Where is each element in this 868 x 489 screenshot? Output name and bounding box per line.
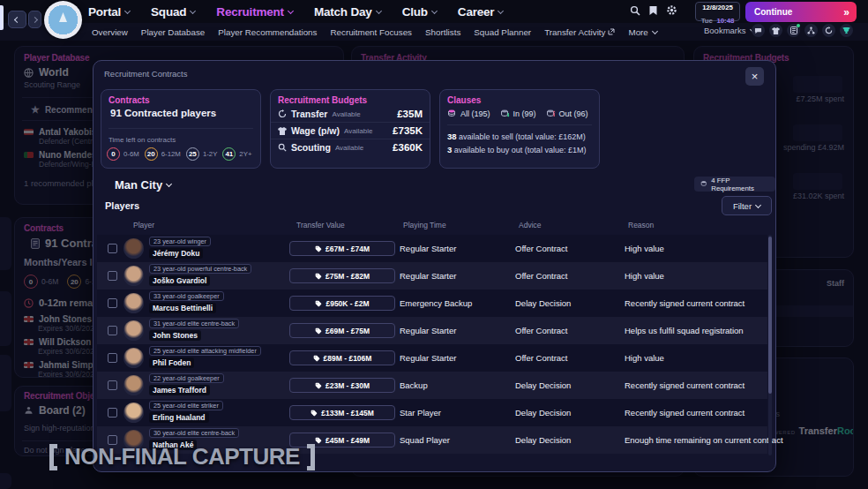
price-tag-icon [315,382,322,389]
refresh-icon [825,26,833,34]
forward-button[interactable] [28,11,41,28]
playing-time: Star Player [400,408,441,418]
col-transfer-value[interactable]: Transfer Value [296,221,345,229]
search-icon[interactable] [630,5,640,16]
player-name[interactable]: James Trafford [149,385,210,395]
time-left-chip[interactable]: 0 0-6M [107,147,139,161]
social-button[interactable] [804,24,818,37]
scrollbar-thumb[interactable] [768,237,772,394]
player-avatar [123,266,144,286]
subnav-squad-planner[interactable]: Squad Planner [474,27,531,37]
nav-recruitment[interactable]: Recruitment [216,5,293,19]
table-row[interactable]: 25 year-old elite attacking midfielder P… [97,344,767,372]
player-description-badge: 22 year-old goalkeeper [149,373,224,383]
subnav-player-database[interactable]: Player Database [141,27,205,37]
row-checkbox[interactable] [108,326,117,335]
modal-scrollbar[interactable] [768,235,772,455]
player-name[interactable]: Phil Foden [149,357,194,368]
shirt-icon [772,27,780,34]
table-row[interactable]: 23 year-old powerful centre-back Joško G… [97,262,767,290]
chevron-down-icon [124,7,131,13]
row-checkbox[interactable] [108,298,117,308]
clauses-all-toggle[interactable]: All (195) [447,109,490,118]
bookmark-icon[interactable] [648,5,658,16]
transfer-value-chip: £133M - £145M [289,405,395,420]
table-row[interactable]: 33 year-old goalkeeper Marcus Bettinelli… [97,290,767,317]
window-edge-strip [0,5,4,30]
budget-row-wage: Wage (p/w) Available £735K [271,122,430,139]
col-player[interactable]: Player [133,221,154,229]
top-bar: Portal Squad Recruitment Match Day Club … [0,0,868,41]
reason: High value [625,244,664,253]
subnav-overview[interactable]: Overview [92,27,128,37]
subnav-transfer-activity[interactable]: Transfer Activity [544,27,615,37]
gear-icon[interactable] [666,4,677,16]
filter-button[interactable]: Filter [722,196,772,215]
col-reason[interactable]: Reason [628,221,654,229]
club-crest-logo[interactable] [44,1,82,39]
budget-row-transfer: Transfer Available £35M [271,106,430,122]
game-date[interactable]: 12/8/2025 Tue 10:48 [695,2,740,21]
row-checkbox[interactable] [108,244,117,253]
nav-portal[interactable]: Portal [88,5,130,19]
transfer-value: £75M - £82M [326,272,370,281]
fast-forward-icon: » [843,6,848,19]
playing-time: Regular Starter [400,326,456,335]
close-button[interactable]: × [745,67,764,86]
ffp-requirements-badge[interactable]: 4 FFP Requirements [694,177,775,192]
col-playing-time[interactable]: Playing Time [403,221,446,229]
news-button[interactable] [787,24,800,37]
player-avatar [123,348,144,368]
reason: Enough time remaining on current contrac… [625,435,783,445]
clauses-out-toggle[interactable]: Out (96) [546,109,588,118]
chevron-down-icon [288,7,294,13]
chevron-down-icon [755,201,761,207]
competitions-button[interactable] [840,24,853,37]
contracts-card: Contracts 91 Contracted players Time lef… [101,89,261,169]
subnav-shortlists[interactable]: Shortlists [425,27,460,37]
row-checkbox[interactable] [108,353,117,363]
player-name[interactable]: Marcus Bettinelli [149,303,216,313]
time-left-chip[interactable]: 41 2Y+ [222,147,251,161]
subnav-recruitment-focuses[interactable]: Recruitment Focuses [330,27,412,37]
player-name[interactable]: John Stones [149,330,201,341]
col-advice[interactable]: Advice [519,221,542,229]
subnav-player-recommendations[interactable]: Player Recommendations [218,27,317,37]
row-checkbox[interactable] [108,408,117,418]
nav-match-day[interactable]: Match Day [314,5,381,19]
player-name[interactable]: Jérémy Doku [149,248,203,259]
clauses-card: Clauses All (195) In (99) Out (96) 38 av… [439,89,600,169]
sync-button[interactable] [822,24,835,37]
row-checkbox[interactable] [108,380,117,390]
playing-time: Regular Starter [400,353,456,363]
inbox-button[interactable] [752,24,765,37]
external-link-icon [608,28,615,35]
nav-squad[interactable]: Squad [151,5,195,19]
transfer-value: £45M - £49M [326,436,370,445]
advice: Offer Contract [515,326,568,335]
time-left-chip[interactable]: 25 1-2Y [186,147,217,161]
player-name[interactable]: Erling Haaland [149,412,209,423]
advice: Delay Decision [515,435,571,445]
subnav-more[interactable]: More [628,27,656,37]
shirt-icon [278,127,287,135]
clauses-in-toggle[interactable]: In (99) [500,109,536,118]
chevron-down-icon [166,181,172,187]
table-row[interactable]: 25 year-old elite striker Erling Haaland… [97,399,767,426]
chevron-down-icon [190,7,196,13]
squad-button[interactable] [769,24,782,37]
table-row[interactable]: 23 year-old winger Jérémy Doku £67M - £7… [97,235,767,262]
back-button[interactable] [8,11,26,28]
card-title: Clauses [440,90,599,106]
nav-club[interactable]: Club [402,5,437,19]
team-selector[interactable]: Man City [115,178,171,192]
time-left-chip[interactable]: 20 6-12M [145,147,181,161]
nav-career[interactable]: Career [458,5,504,19]
bookmarks-dropdown[interactable]: Bookmarks [704,26,755,35]
table-row[interactable]: 31 year-old elite centre-back John Stone… [97,317,767,344]
budget-row-scouting: Scouting Available £360K [271,139,430,155]
player-name[interactable]: Joško Gvardiol [149,275,210,286]
continue-button[interactable]: Continue » [745,2,857,22]
row-checkbox[interactable] [108,271,117,281]
table-row[interactable]: 22 year-old goalkeeper James Trafford £2… [97,372,767,399]
